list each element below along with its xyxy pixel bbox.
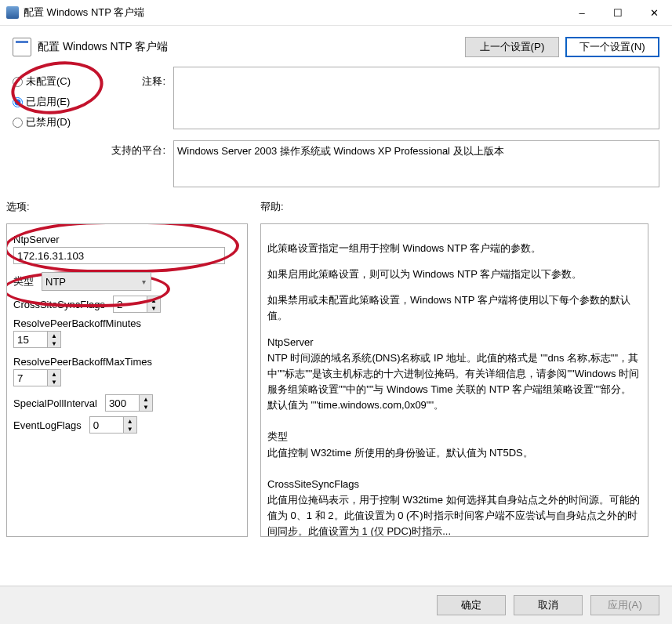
comment-label: 注释: bbox=[142, 75, 165, 87]
maximize-button[interactable]: ☐ bbox=[600, 0, 636, 25]
ok-label: 确定 bbox=[461, 599, 481, 611]
help-h2: 类型 bbox=[267, 429, 641, 444]
spinner-up-icon[interactable]: ▲ bbox=[140, 395, 152, 403]
radio-enabled-label: 已启用(E) bbox=[26, 95, 70, 109]
next-setting-label: 下一个设置(N) bbox=[579, 41, 645, 53]
comment-textarea[interactable] bbox=[173, 67, 659, 129]
help-p5: 此值控制 W32time 所使用的身份验证。默认值为 NT5DS。 bbox=[267, 445, 641, 461]
radio-disabled-input[interactable] bbox=[13, 118, 23, 128]
radio-disabled[interactable]: 已禁用(D) bbox=[13, 115, 96, 129]
help-h1: NtpServer bbox=[267, 335, 641, 350]
help-p6: 此值用位掩码表示，用于控制 W32time 如何选择其自身站点之外的时间源。可能… bbox=[267, 492, 641, 537]
help-p4: NTP 时间源的域名系统(DNS)名称或 IP 地址。此值的格式是 ""dns … bbox=[267, 350, 641, 414]
radio-not-configured[interactable]: 未配置(C) bbox=[13, 74, 96, 89]
help-p3: 如果禁用或未配置此策略设置，Windows NTP 客户端将使用以下每个参数的默… bbox=[267, 292, 641, 324]
resolve-backoff-min-label: ResolvePeerBackoffMinutes bbox=[13, 317, 241, 329]
app-icon bbox=[6, 6, 19, 19]
apply-label: 应用(A) bbox=[608, 599, 642, 611]
setting-title: 配置 Windows NTP 客户端 bbox=[38, 40, 459, 54]
help-heading: 帮助: bbox=[260, 201, 284, 212]
close-icon: ✕ bbox=[650, 7, 659, 19]
spinner-down-icon[interactable]: ▼ bbox=[48, 378, 60, 386]
ok-button[interactable]: 确定 bbox=[437, 595, 506, 615]
crosssite-input[interactable] bbox=[113, 296, 147, 313]
previous-setting-button[interactable]: 上一个设置(P) bbox=[465, 37, 559, 57]
radio-not-configured-label: 未配置(C) bbox=[26, 74, 71, 89]
crosssite-label: CrossSiteSyncFlags bbox=[13, 299, 105, 310]
type-combobox[interactable]: NTP bbox=[42, 272, 151, 291]
policy-icon bbox=[13, 38, 31, 56]
ntpserver-input[interactable] bbox=[13, 247, 225, 264]
special-poll-label: SpecialPollInterval bbox=[13, 397, 97, 409]
help-panel[interactable]: 此策略设置指定一组用于控制 Windows NTP 客户端的参数。 如果启用此策… bbox=[260, 223, 648, 537]
help-p1: 此策略设置指定一组用于控制 Windows NTP 客户端的参数。 bbox=[267, 241, 641, 256]
cancel-button[interactable]: 取消 bbox=[514, 595, 583, 615]
resolve-backoff-max-input[interactable] bbox=[13, 369, 48, 386]
supported-on-text: Windows Server 2003 操作系统或 Windows XP Pro… bbox=[173, 140, 659, 187]
minimize-button[interactable]: – bbox=[564, 0, 600, 25]
spinner-up-icon[interactable]: ▲ bbox=[48, 370, 60, 378]
window-title: 配置 Windows NTP 客户端 bbox=[24, 5, 564, 20]
radio-enabled-input[interactable] bbox=[13, 97, 23, 107]
spinner-down-icon[interactable]: ▼ bbox=[48, 339, 60, 347]
spinner-up-icon[interactable]: ▲ bbox=[147, 296, 160, 304]
options-panel: NtpServer 类型 NTP CrossSiteSyncFlags ▲▼ R… bbox=[6, 223, 248, 537]
special-poll-input[interactable] bbox=[105, 394, 140, 412]
help-p2: 如果启用此策略设置，则可以为 Windows NTP 客户端指定以下参数。 bbox=[267, 267, 641, 282]
type-value: NTP bbox=[45, 276, 66, 288]
options-heading: 选项: bbox=[6, 201, 30, 212]
radio-enabled[interactable]: 已启用(E) bbox=[13, 95, 96, 109]
radio-disabled-label: 已禁用(D) bbox=[26, 115, 71, 129]
ntpserver-label: NtpServer bbox=[13, 234, 241, 245]
supported-on-label: 支持的平台: bbox=[111, 144, 165, 156]
spinner-up-icon[interactable]: ▲ bbox=[48, 332, 60, 339]
minimize-icon: – bbox=[579, 7, 584, 19]
apply-button[interactable]: 应用(A) bbox=[590, 595, 659, 615]
spinner-down-icon[interactable]: ▼ bbox=[124, 425, 136, 433]
cancel-label: 取消 bbox=[538, 599, 558, 611]
help-h3: CrossSiteSyncFlags bbox=[267, 477, 641, 492]
close-button[interactable]: ✕ bbox=[636, 0, 672, 25]
next-setting-button[interactable]: 下一个设置(N) bbox=[565, 37, 659, 57]
radio-not-configured-input[interactable] bbox=[13, 77, 23, 87]
type-label: 类型 bbox=[13, 274, 34, 288]
resolve-backoff-max-label: ResolvePeerBackoffMaxTimes bbox=[13, 356, 241, 368]
spinner-down-icon[interactable]: ▼ bbox=[147, 304, 160, 312]
spinner-up-icon[interactable]: ▲ bbox=[124, 417, 136, 425]
resolve-backoff-min-input[interactable] bbox=[13, 331, 48, 348]
eventlog-label: EventLogFlags bbox=[13, 419, 82, 431]
eventlog-input[interactable] bbox=[89, 416, 124, 434]
maximize-icon: ☐ bbox=[613, 7, 623, 19]
spinner-down-icon[interactable]: ▼ bbox=[140, 403, 152, 411]
previous-setting-label: 上一个设置(P) bbox=[480, 41, 545, 53]
